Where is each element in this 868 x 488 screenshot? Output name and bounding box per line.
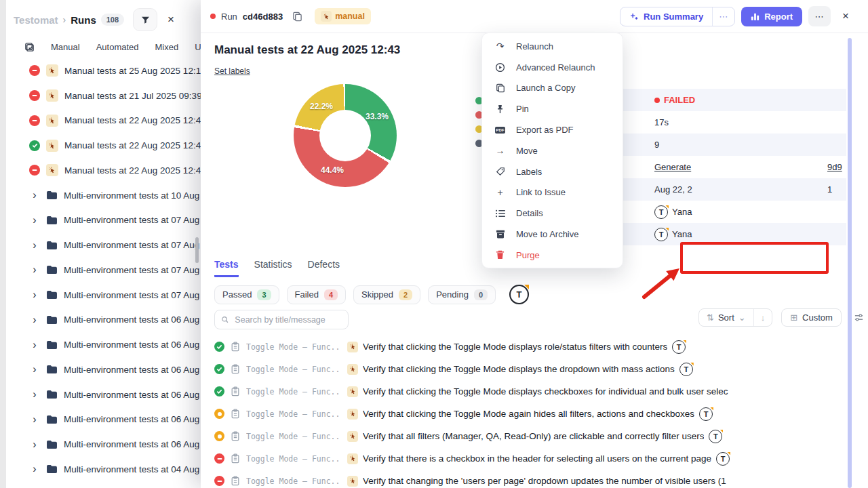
tab-automated[interactable]: Automated (96, 42, 139, 52)
list-item[interactable]: › Multi-environment tests at 06 Aug (6, 308, 201, 333)
more-actions-button[interactable]: ⋯ (808, 6, 831, 26)
set-labels-link[interactable]: Set labels (214, 66, 250, 76)
sidebar-scrollbar[interactable] (195, 237, 199, 263)
assignee-filter-avatar[interactable]: T (509, 285, 529, 304)
table-row[interactable]: Toggle Mode — Func... Verify that there … (201, 447, 868, 470)
tab-tests[interactable]: Tests (214, 259, 239, 277)
run-type-badge: manual (315, 8, 371, 24)
plus-icon: + (494, 187, 506, 198)
passed-count-badge: 3 (257, 289, 271, 300)
chevron-right-icon[interactable]: › (29, 463, 40, 475)
table-row[interactable]: Toggle Mode — Func... Verify that clicki… (201, 336, 868, 358)
sparkle-plus-icon (629, 12, 639, 21)
test-plan-link-tail[interactable]: 9d9 (827, 162, 842, 172)
list-item[interactable]: › Multi-environment tests at 07 Aug (6, 258, 201, 283)
menu-item-launch-copy[interactable]: Launch a Copy (482, 78, 623, 99)
list-item[interactable]: › Multi-environment tests at 06 Aug (6, 357, 201, 382)
manual-run-icon (46, 115, 58, 127)
menu-item-export-pdf[interactable]: PDF Export as PDF (482, 119, 623, 140)
list-item[interactable]: › Multi-environment tests at 06 Aug (6, 432, 201, 457)
list-item[interactable]: Manual tests at 22 Aug 2025 12:4 (6, 158, 201, 183)
manual-icon (347, 386, 358, 397)
list-item[interactable]: › Multi-environment tests at 06 Aug (6, 407, 201, 432)
menu-item-pin[interactable]: Pin (482, 98, 623, 119)
chevron-right-icon[interactable]: › (29, 413, 40, 426)
chevron-right-icon[interactable]: › (29, 289, 40, 301)
list-item[interactable]: › Multi-environment tests at 04 Aug (6, 457, 201, 482)
list-item[interactable]: › Multi-environment tests at 07 Aug (6, 208, 201, 233)
copy-icon[interactable] (292, 12, 302, 22)
tab-mixed[interactable]: Mixed (155, 42, 179, 52)
filter-passed[interactable]: Passed3 (214, 285, 279, 304)
table-row[interactable]: Toggle Mode — Func... Verify that clicki… (201, 358, 868, 380)
panel-scrollbar[interactable] (848, 38, 852, 488)
sort-direction-button[interactable]: ↓ (753, 309, 772, 326)
menu-item-labels[interactable]: Labels (482, 161, 623, 182)
table-row[interactable]: Toggle Mode — Func... Verify that clicki… (201, 403, 868, 425)
chevron-right-icon[interactable]: › (29, 339, 40, 351)
failed-status-icon (29, 65, 40, 76)
menu-item-advanced-relaunch[interactable]: Advanced Relaunch (482, 57, 623, 78)
chevron-right-icon[interactable]: › (29, 264, 40, 276)
table-row[interactable]: Toggle Mode — Func... Verify that clicki… (201, 380, 868, 403)
chevron-right-icon[interactable]: › (29, 214, 40, 226)
list-item[interactable]: Manual tests at 25 Aug 2025 12:1 (6, 58, 201, 83)
tab-defects[interactable]: Defects (308, 259, 340, 277)
filter-button[interactable] (133, 8, 157, 31)
breadcrumb-brand[interactable]: Testomat (14, 14, 58, 26)
avatar: T (654, 228, 668, 241)
filter-pending[interactable]: Pending0 (428, 285, 496, 304)
list-item[interactable]: Manual tests at 22 Aug 2025 12:4 (6, 108, 201, 134)
annotation-highlight-box (680, 242, 829, 274)
list-item[interactable]: › Multi-environment tests at 06 Aug (6, 332, 201, 357)
table-row[interactable]: Toggle Mode — Func... Verify that all fi… (201, 425, 868, 447)
chevron-right-icon[interactable]: › (29, 439, 40, 451)
tab-statistics[interactable]: Statistics (254, 259, 292, 277)
list-item[interactable]: Manual tests at 21 Jul 2025 09:39 (6, 83, 201, 108)
view-settings-button[interactable] (850, 309, 868, 327)
run-summary-button[interactable]: Run Summary (620, 7, 712, 26)
filter-close-icon[interactable]: × (167, 13, 174, 26)
run-summary-more-button[interactable]: ⋯ (712, 7, 734, 26)
menu-item-relaunch[interactable]: ↷ Relaunch (482, 36, 623, 57)
menu-item-move-archive[interactable]: Move to Archive (482, 224, 623, 245)
custom-columns-button[interactable]: ⊞ Custom (781, 308, 842, 327)
folder-icon (46, 415, 58, 424)
passed-status-icon (214, 386, 224, 396)
skipped-status-icon (214, 431, 224, 441)
tab-manual[interactable]: Manual (51, 42, 80, 52)
list-item[interactable]: › Multi-environment tests at 07 Aug (6, 232, 201, 258)
list-item[interactable]: › Multi-environment tests at 06 Aug (6, 382, 201, 407)
list-item[interactable]: › Multi-environment tests at 07 Aug (6, 283, 201, 308)
folder-icon (46, 315, 58, 325)
chevron-right-icon[interactable]: › (29, 239, 40, 251)
menu-item-purge[interactable]: Purge (482, 245, 623, 266)
manual-icon (347, 476, 358, 487)
list-item[interactable]: Manual tests at 22 Aug 2025 12:4 (6, 133, 201, 158)
chevron-right-icon[interactable]: › (29, 314, 40, 326)
filter-skipped[interactable]: Skipped2 (353, 285, 420, 304)
menu-item-move[interactable]: → Move (482, 140, 623, 161)
table-row[interactable]: Toggle Mode — Func... Verify that changi… (201, 470, 868, 488)
folder-icon (46, 241, 58, 250)
suite-ref: Toggle Mode — Func... (246, 342, 340, 352)
select-runs-icon[interactable] (24, 42, 35, 52)
test-title: Verify that clicking the Toggle Mode aga… (363, 409, 694, 419)
chevron-right-icon[interactable]: › (29, 388, 40, 401)
test-title: Verify that clicking the Toggle Mode dis… (363, 342, 667, 352)
report-button[interactable]: Report (741, 7, 802, 26)
menu-item-details[interactable]: Details (482, 203, 623, 224)
test-title: Verify that all filters (Manager, QA, Re… (363, 431, 704, 441)
chevron-right-icon[interactable]: › (29, 189, 40, 201)
chevron-right-icon[interactable]: › (29, 363, 40, 375)
tab-truncated[interactable]: U (195, 42, 201, 52)
test-plan-link[interactable]: Generate (654, 162, 691, 172)
close-panel-icon[interactable]: × (842, 9, 849, 23)
breadcrumb-runs[interactable]: Runs (71, 14, 96, 26)
search-input[interactable] (233, 314, 342, 325)
sort-button[interactable]: ⇅ Sort ⌄ (699, 309, 753, 326)
filter-failed[interactable]: Failed4 (287, 285, 347, 304)
menu-item-link-issue[interactable]: + Link to Issue (482, 182, 623, 203)
list-item[interactable]: › Multi-environment tests at 10 Aug (6, 183, 201, 208)
runs-count-badge: 108 (101, 14, 124, 26)
